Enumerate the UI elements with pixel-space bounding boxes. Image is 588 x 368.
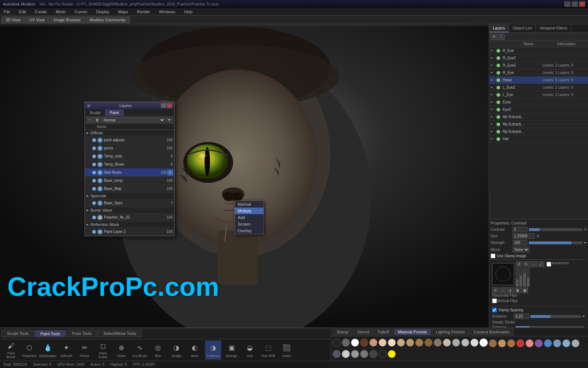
swatch-gray2[interactable] (452, 339, 460, 347)
tool-paint-erase[interactable]: ◻ Paint Erase (95, 340, 111, 360)
tool-paint-brush[interactable]: 🖌 Paint Brush (3, 340, 19, 360)
use-stamp-checkbox[interactable] (491, 254, 495, 258)
stamp-slider-1[interactable] (516, 268, 519, 287)
layers-panel-titlebar[interactable]: ⊞ Layers ? × (85, 102, 174, 109)
strength-slider[interactable] (529, 241, 582, 244)
menu-item-mesh[interactable]: Mesh (54, 9, 68, 15)
blend-dropdown[interactable]: Normal Multiply Add Screen Overlay (234, 201, 264, 234)
swatch-purple[interactable] (535, 339, 543, 347)
layer-poacher[interactable]: ◎ Poacher_4k_32 100 (85, 213, 174, 222)
strength-pen-icon[interactable]: ✒ (584, 241, 587, 245)
contrast-input[interactable] (513, 227, 527, 232)
blend-overlay[interactable]: Overlay (235, 227, 263, 234)
stamp-rotate-right[interactable]: ↻ (523, 261, 530, 267)
stamp-slider-4[interactable] (527, 268, 530, 287)
layer-r-eye2a[interactable]: ● R_Eye2 (489, 54, 588, 62)
tab-layers[interactable]: Layers (489, 24, 509, 32)
panel-controls[interactable]: ? × (161, 103, 172, 108)
swatch-warm-light[interactable] (443, 339, 451, 347)
tool-projection[interactable]: ⬡ Projection (21, 340, 37, 360)
contrast-reset-icon[interactable]: ↺ (584, 227, 587, 231)
layer-temp-blues[interactable]: ◎ Temp_Blues 6 (85, 160, 174, 169)
eye-l-eye2[interactable]: ● (491, 85, 495, 90)
distance-pen-icon[interactable]: ✒ (582, 314, 585, 318)
tab-material-presets[interactable]: Material Presets (394, 329, 431, 335)
stamp-delete-btn[interactable]: 🗑 (514, 287, 521, 293)
eye-temp-reds[interactable] (92, 155, 96, 158)
stamp-fit[interactable]: ↔ (499, 287, 506, 293)
swatch-gray5[interactable] (360, 350, 368, 358)
eye-my-extracti-1[interactable]: ● (491, 115, 495, 119)
layer-add-button[interactable]: + (498, 34, 505, 40)
blend-screen[interactable]: Screen (235, 221, 263, 227)
blend-multiply[interactable]: Multiply (235, 208, 263, 214)
layer-eyes[interactable]: ● Eyes (489, 99, 588, 106)
tab-paint[interactable]: Paint (105, 109, 124, 116)
swatch-brown3[interactable] (424, 339, 433, 347)
contrast-slider[interactable] (529, 228, 582, 231)
layer-pores[interactable]: ◎ pores 100 (85, 144, 174, 152)
layer-my-extracti-2[interactable]: ● My Extracti... (489, 121, 588, 128)
swatch-metallic[interactable] (571, 339, 580, 347)
tool-hue-shift[interactable]: ⬚ Hue Shift (260, 340, 276, 360)
layer-base-spec[interactable]: ◎ Base_Spec 7 (85, 199, 174, 207)
swatch-gray4[interactable] (351, 350, 359, 358)
minimize-button[interactable]: _ (564, 1, 570, 7)
tool-invert[interactable]: ⬛ Invert (279, 340, 295, 360)
swatch-red[interactable] (516, 339, 524, 347)
eye-head[interactable]: ● (491, 78, 495, 82)
stamp-slider-3[interactable] (523, 268, 526, 287)
section-bump[interactable]: ▶ Bump Value (85, 207, 174, 213)
eye-eyes[interactable]: ● (491, 100, 495, 105)
swatch-white-sel[interactable] (480, 339, 488, 347)
tab-falloff[interactable]: Falloff (374, 329, 393, 335)
tab-viewport-filters[interactable]: Viewport Filters (536, 24, 571, 32)
swatch-dark2[interactable] (369, 350, 377, 358)
stamp-scale[interactable]: ⤢ (538, 261, 544, 267)
viewport[interactable]: ⊞ Layers ? × Sculpt Paint + 🗑 Normal Mul… (0, 24, 489, 346)
size-input[interactable] (513, 233, 535, 239)
close-button[interactable]: × (579, 1, 585, 7)
swatch-very-dark[interactable] (379, 350, 387, 358)
layer-skin-flecks[interactable]: ◎ Skin flecks 100 + (85, 169, 174, 177)
randomize-checkbox[interactable] (546, 261, 551, 267)
distance-input[interactable] (514, 314, 529, 319)
tab-sculpt-tools[interactable]: Sculpt Tools (1, 330, 34, 337)
tool-airbrush[interactable]: ✦ Airbrush (58, 340, 74, 360)
swatch-gray3[interactable] (461, 339, 469, 347)
layer-r-eye-b[interactable]: ● R_Eye Levels: 1 Layers: 0 (489, 69, 588, 77)
vertical-flips-checkbox[interactable] (492, 298, 497, 303)
tool-burn[interactable]: ◐ Burn (187, 340, 203, 360)
eye-r-eye2a[interactable]: ● (491, 56, 495, 60)
swatch-brown-dark[interactable] (360, 339, 368, 347)
eye-paint-layer-2[interactable] (92, 230, 96, 234)
menu-item-file[interactable]: File (1, 9, 12, 15)
tool-hue[interactable]: ◒ Hue (242, 340, 258, 360)
eye-skin-flecks[interactable] (92, 171, 96, 174)
eye-l-eye[interactable]: ● (491, 93, 495, 97)
eye-poacher[interactable] (92, 216, 96, 219)
blend-add[interactable]: Add (235, 214, 263, 221)
swatch-tan[interactable] (397, 339, 405, 347)
stamp-grid-btn[interactable]: ▦ (521, 287, 528, 293)
section-specular[interactable]: ▶ Specular (85, 193, 174, 199)
eye-eye2[interactable]: ● (491, 107, 495, 112)
window-controls[interactable]: _ □ × (564, 1, 585, 7)
stamp-slider-2[interactable] (519, 268, 522, 287)
swatch-light-blue[interactable] (562, 339, 570, 347)
delete-layer-button[interactable]: 🗑 (94, 117, 100, 123)
menu-item-curves[interactable]: Curves (72, 9, 90, 15)
layer-list[interactable]: ● R_Eye ● R_Eye2 ● R_Eye2 Levels: 2 Laye… (489, 47, 588, 219)
swatch-steel-blue[interactable] (553, 339, 561, 347)
tab-stencil[interactable]: Stencil (353, 329, 373, 335)
swatch-dark-metal[interactable] (333, 350, 341, 358)
layer-head[interactable]: ● Head Levels: 6 Layers: 9 (489, 77, 588, 84)
eye-my-extracti-2[interactable]: ● (491, 122, 495, 127)
layer-temp-reds[interactable]: ◎ Temp_reds 8 (85, 152, 174, 160)
tab-sculpt[interactable]: Sculpt (85, 109, 105, 116)
section-reflection[interactable]: ▶ Reflection Mask (85, 222, 174, 228)
menu-item-maps[interactable]: Maps (116, 9, 130, 15)
toolbar-btn-3d-view[interactable]: 3D View (1, 17, 25, 23)
swatch-skin-light[interactable] (369, 339, 377, 347)
tab-stamp[interactable]: Stamp (333, 329, 352, 335)
